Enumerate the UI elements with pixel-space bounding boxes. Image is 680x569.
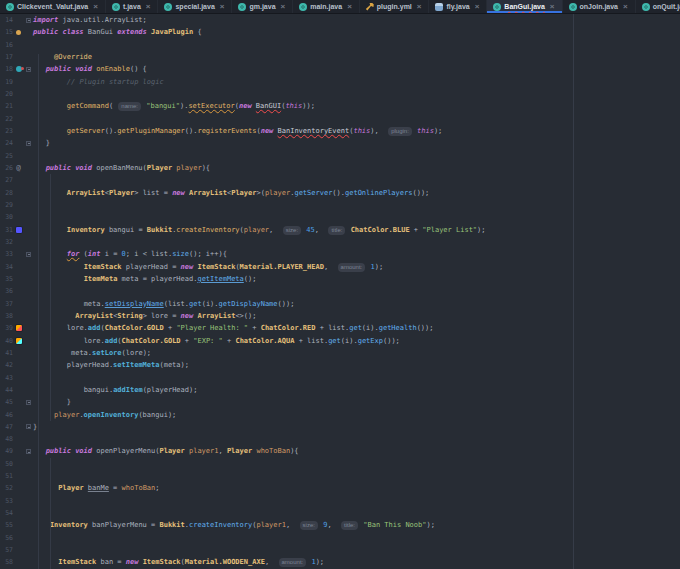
close-icon[interactable]: × bbox=[146, 3, 151, 11]
tab-gm-java[interactable]: gm.java× bbox=[232, 0, 293, 13]
close-icon[interactable]: × bbox=[347, 3, 352, 11]
code-line[interactable]: 15public class BanGui extends JavaPlugin… bbox=[0, 26, 680, 38]
code-line[interactable]: 24} bbox=[0, 137, 680, 149]
code-text[interactable]: ItemStack ban = new ItemStack(Material.W… bbox=[33, 556, 324, 568]
tab-fly-java[interactable]: fly.java× bbox=[429, 0, 487, 13]
code-line[interactable]: 53 bbox=[0, 495, 680, 507]
code-text[interactable]: public void onEnable() { bbox=[33, 63, 147, 75]
tab-onjoin-java[interactable]: onJoin.java× bbox=[563, 0, 636, 13]
code-text[interactable]: for (int i = 0; i < list.size(); i++){ bbox=[33, 248, 227, 260]
code-line[interactable]: 44bangui.addItem(playerHead); bbox=[0, 384, 680, 396]
code-text[interactable]: import java.util.ArrayList; bbox=[33, 14, 147, 26]
tab-clickevent_valut-java[interactable]: Clickevent_Valut.java× bbox=[0, 0, 106, 13]
code-line[interactable]: 37meta.setDisplayName(list.get(i).getDis… bbox=[0, 298, 680, 310]
close-icon[interactable]: × bbox=[623, 3, 628, 11]
fold-marker-icon[interactable] bbox=[26, 67, 31, 72]
code-line[interactable]: 30 bbox=[0, 211, 680, 223]
code-text[interactable]: Player banMe = whoToBan; bbox=[33, 482, 160, 494]
code-line[interactable]: 29 bbox=[0, 199, 680, 211]
color-gold-aqua-icon[interactable] bbox=[15, 337, 23, 345]
code-line[interactable]: 52Player banMe = whoToBan; bbox=[0, 482, 680, 494]
code-text[interactable]: getCommand( name: "bangui").setExecutor(… bbox=[33, 100, 315, 112]
code-line[interactable]: 32 bbox=[0, 236, 680, 248]
code-line[interactable]: 14import java.util.ArrayList; bbox=[0, 14, 680, 26]
code-line[interactable]: 42playerHead.setItemMeta(meta); bbox=[0, 359, 680, 371]
code-text[interactable]: ItemStack playerHead = new ItemStack(Mat… bbox=[33, 261, 383, 273]
tab-special-java[interactable]: special.java× bbox=[158, 0, 232, 13]
code-line[interactable]: 55Inventory banPlayerMenu = Bukkit.creat… bbox=[0, 519, 680, 531]
code-text[interactable]: lore.add(ChatColor.GOLD + "EXP: " + Chat… bbox=[33, 335, 400, 347]
at-icon[interactable]: @ bbox=[16, 162, 21, 174]
code-text[interactable]: getServer().getPluginManager().registerE… bbox=[33, 125, 442, 137]
code-text[interactable]: ArrayList<Player> list = new ArrayList<P… bbox=[33, 187, 429, 199]
code-text[interactable]: // Plugin startup logic bbox=[33, 76, 164, 88]
override-icon[interactable] bbox=[16, 66, 22, 72]
code-line[interactable]: 41meta.setLore(lore); bbox=[0, 347, 680, 359]
code-text[interactable]: meta.setDisplayName(list.get(i).getDispl… bbox=[33, 298, 294, 310]
code-line[interactable]: 36 bbox=[0, 285, 680, 297]
code-text[interactable]: lore.add(ChatColor.GOLD + "Player Health… bbox=[33, 322, 434, 334]
fold-marker-icon[interactable] bbox=[26, 424, 31, 429]
code-line[interactable]: 18public void onEnable() { bbox=[0, 63, 680, 75]
fold-marker-icon[interactable] bbox=[26, 141, 31, 146]
tab-plugin-yml[interactable]: plugin.yml× bbox=[360, 0, 430, 13]
code-line[interactable]: 21getCommand( name: "bangui").setExecuto… bbox=[0, 100, 680, 112]
tab-t-java[interactable]: t.java× bbox=[106, 0, 159, 13]
code-line[interactable]: 25 bbox=[0, 150, 680, 162]
code-text[interactable]: Inventory bangui = Bukkit.createInventor… bbox=[33, 224, 486, 236]
code-line[interactable]: 33for (int i = 0; i < list.size(); i++){ bbox=[0, 248, 680, 260]
fold-marker-icon[interactable] bbox=[26, 449, 31, 454]
fold-marker-icon[interactable] bbox=[26, 18, 31, 23]
close-icon[interactable]: × bbox=[550, 3, 555, 11]
code-line[interactable]: 31Inventory bangui = Bukkit.createInvent… bbox=[0, 224, 680, 236]
code-line[interactable]: 22 bbox=[0, 113, 680, 125]
close-icon[interactable]: × bbox=[93, 3, 98, 11]
close-icon[interactable]: × bbox=[281, 3, 286, 11]
tab-onquit-java[interactable]: onQuit.java× bbox=[636, 0, 680, 13]
code-text[interactable]: ItemMeta meta = playerHead.getItemMeta()… bbox=[33, 273, 256, 285]
code-line[interactable]: 43 bbox=[0, 372, 680, 384]
code-line[interactable]: 46player.openInventory(bangui); bbox=[0, 409, 680, 421]
code-line[interactable]: 20 bbox=[0, 88, 680, 100]
code-line[interactable]: 28ArrayList<Player> list = new ArrayList… bbox=[0, 187, 680, 199]
code-text[interactable]: bangui.addItem(playerHead); bbox=[33, 384, 197, 396]
code-line[interactable]: 40lore.add(ChatColor.GOLD + "EXP: " + Ch… bbox=[0, 335, 680, 347]
code-text[interactable]: public class BanGui extends JavaPlugin { bbox=[33, 26, 202, 38]
color-gold-red-icon[interactable] bbox=[15, 324, 23, 332]
fold-marker-icon[interactable] bbox=[26, 400, 31, 405]
code-text[interactable]: public void openBanMenu(Player player){ bbox=[33, 162, 210, 174]
fold-marker-icon[interactable] bbox=[26, 252, 31, 257]
code-line[interactable]: 19// Plugin startup logic bbox=[0, 76, 680, 88]
code-text[interactable]: player.openInventory(bangui); bbox=[33, 409, 176, 421]
code-line[interactable]: 23getServer().getPluginManager().registe… bbox=[0, 125, 680, 137]
color-blue-icon[interactable] bbox=[15, 226, 23, 234]
code-line[interactable]: 48 bbox=[0, 433, 680, 445]
code-line[interactable]: 57 bbox=[0, 544, 680, 556]
close-icon[interactable]: × bbox=[475, 3, 480, 11]
code-text[interactable]: } bbox=[33, 421, 37, 433]
code-text[interactable]: } bbox=[33, 137, 50, 149]
code-line[interactable]: 49public void openPlayerMenu(Player play… bbox=[0, 445, 680, 457]
tab-bangui-java[interactable]: BanGui.java× bbox=[487, 0, 562, 13]
code-text[interactable]: @Override bbox=[33, 51, 92, 63]
code-line[interactable]: 50 bbox=[0, 458, 680, 470]
code-line[interactable]: 38ArrayList<String> lore = new ArrayList… bbox=[0, 310, 680, 322]
code-line[interactable]: 34ItemStack playerHead = new ItemStack(M… bbox=[0, 261, 680, 273]
editor[interactable]: 14import java.util.ArrayList;15public cl… bbox=[0, 14, 680, 569]
code-text[interactable]: public void openPlayerMenu(Player player… bbox=[33, 445, 299, 457]
code-line[interactable]: 51 bbox=[0, 470, 680, 482]
code-line[interactable]: 27 bbox=[0, 174, 680, 186]
amber-dot-icon[interactable] bbox=[16, 30, 21, 35]
code-line[interactable]: 16 bbox=[0, 39, 680, 51]
code-text[interactable]: playerHead.setItemMeta(meta); bbox=[33, 359, 189, 371]
tab-main-java[interactable]: main.java× bbox=[293, 0, 360, 13]
close-icon[interactable]: × bbox=[417, 3, 422, 11]
code-text[interactable]: Inventory banPlayerMenu = Bukkit.createI… bbox=[33, 519, 435, 531]
code-line[interactable]: 39lore.add(ChatColor.GOLD + "Player Heal… bbox=[0, 322, 680, 334]
code-line[interactable]: 45} bbox=[0, 396, 680, 408]
code-line[interactable]: 58ItemStack ban = new ItemStack(Material… bbox=[0, 556, 680, 568]
code-line[interactable]: 54 bbox=[0, 507, 680, 519]
close-icon[interactable]: × bbox=[220, 3, 225, 11]
code-line[interactable]: 35ItemMeta meta = playerHead.getItemMeta… bbox=[0, 273, 680, 285]
code-line[interactable]: 26@public void openBanMenu(Player player… bbox=[0, 162, 680, 174]
